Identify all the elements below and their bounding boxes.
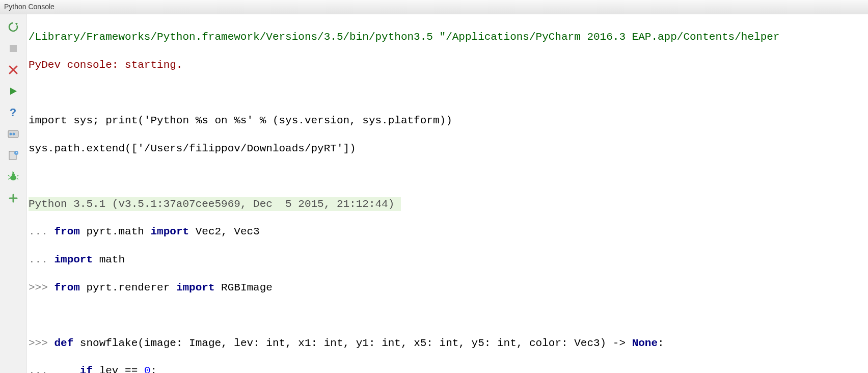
svg-rect-0 [10, 45, 17, 52]
svg-point-2 [9, 133, 12, 136]
help-icon: ? [10, 106, 16, 119]
main-area: ? /Library/Frameworks/Python.framework/V… [0, 14, 868, 373]
console-title: Python Console [4, 3, 55, 11]
add-button[interactable] [6, 191, 21, 206]
console-output[interactable]: /Library/Frameworks/Python.framework/Ver… [26, 14, 868, 373]
prompt-arrows: >>> [29, 336, 54, 350]
prompt-arrows: >>> [29, 281, 54, 295]
pydev-line: PyDev console: starting. [29, 58, 182, 72]
sys-path: sys.path.extend(['/Users/filippov/Downlo… [29, 142, 356, 155]
stop-button[interactable] [6, 41, 21, 56]
console-toolbar: ? [0, 14, 26, 373]
svg-point-7 [12, 173, 15, 176]
console-title-bar: Python Console [0, 0, 868, 14]
history-button[interactable] [6, 148, 21, 163]
sys-import: import sys; print('Python %s on %s' % (s… [29, 114, 452, 127]
debug-button[interactable] [6, 169, 21, 184]
variables-button[interactable] [6, 126, 21, 142]
close-button[interactable] [6, 62, 21, 77]
version-highlight: Python 3.5.1 (v3.5.1:37a07cee5969, Dec 5… [29, 197, 401, 211]
prompt-dots: ... [29, 225, 54, 238]
path-line: /Library/Frameworks/Python.framework/Ver… [29, 30, 779, 44]
execute-button[interactable] [6, 84, 21, 99]
svg-point-3 [12, 133, 15, 136]
help-button[interactable]: ? [6, 105, 21, 120]
prompt-dots: ... [29, 364, 54, 373]
rerun-button[interactable] [6, 19, 21, 35]
prompt-dots: ... [29, 253, 54, 267]
